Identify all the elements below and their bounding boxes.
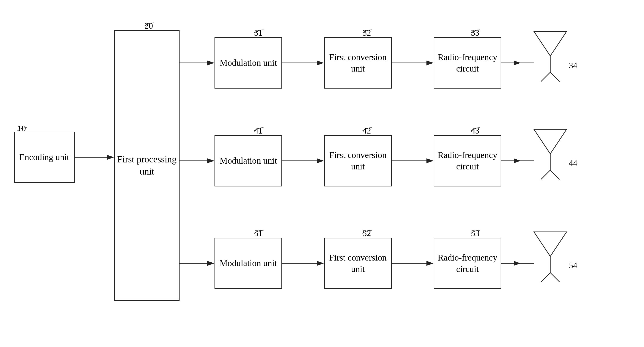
ref-41: 41 bbox=[254, 126, 262, 136]
ref-52: 52 bbox=[362, 228, 371, 238]
ref-43: 43 bbox=[471, 126, 480, 136]
ref-10: 10 bbox=[18, 123, 26, 133]
first-processing-unit-block: First processing unit bbox=[114, 30, 180, 301]
svg-line-23 bbox=[550, 170, 560, 179]
rf-circuit-2-label: Radio-frequency circuit bbox=[434, 149, 500, 172]
diagram: Encoding unit 10 First processing unit 2… bbox=[0, 0, 644, 347]
conv-unit-2-label: First conversion unit bbox=[325, 149, 391, 172]
mod-unit-3-block: Modulation unit bbox=[214, 238, 282, 289]
first-processing-unit-label: First processing unit bbox=[115, 153, 179, 178]
mod-unit-3-label: Modulation unit bbox=[220, 258, 277, 269]
ref-31: 31 bbox=[254, 28, 262, 38]
mod-unit-2-block: Modulation unit bbox=[214, 135, 282, 186]
svg-line-28 bbox=[550, 273, 560, 282]
svg-line-27 bbox=[541, 273, 550, 282]
conv-unit-3-label: First conversion unit bbox=[325, 252, 391, 275]
conv-unit-1-block: First conversion unit bbox=[324, 37, 392, 88]
ref-44: 44 bbox=[569, 158, 577, 168]
svg-marker-24 bbox=[534, 232, 566, 256]
rf-circuit-2-block: Radio-frequency circuit bbox=[434, 135, 501, 186]
ref-34: 34 bbox=[569, 61, 577, 70]
svg-line-18 bbox=[550, 72, 560, 81]
ref-20: 20 bbox=[144, 21, 153, 31]
diagram-arrows bbox=[0, 0, 644, 347]
mod-unit-1-block: Modulation unit bbox=[214, 37, 282, 88]
mod-unit-1-label: Modulation unit bbox=[220, 57, 277, 68]
svg-marker-19 bbox=[534, 129, 566, 154]
ref-32: 32 bbox=[362, 28, 371, 38]
rf-circuit-3-label: Radio-frequency circuit bbox=[434, 252, 500, 275]
encoding-unit-block: Encoding unit bbox=[14, 132, 74, 183]
rf-circuit-3-block: Radio-frequency circuit bbox=[434, 238, 501, 289]
conv-unit-1-label: First conversion unit bbox=[325, 51, 391, 75]
ref-54: 54 bbox=[569, 261, 577, 270]
mod-unit-2-label: Modulation unit bbox=[220, 155, 277, 166]
ref-51: 51 bbox=[254, 228, 262, 238]
svg-marker-14 bbox=[534, 31, 566, 56]
svg-line-17 bbox=[541, 72, 550, 81]
rf-circuit-1-label: Radio-frequency circuit bbox=[434, 51, 500, 75]
encoding-unit-label: Encoding unit bbox=[19, 151, 69, 163]
ref-33: 33 bbox=[471, 28, 480, 38]
ref-53: 53 bbox=[471, 228, 480, 238]
svg-line-22 bbox=[541, 170, 550, 179]
ref-42: 42 bbox=[362, 126, 371, 136]
rf-circuit-1-block: Radio-frequency circuit bbox=[434, 37, 501, 88]
conv-unit-2-block: First conversion unit bbox=[324, 135, 392, 186]
conv-unit-3-block: First conversion unit bbox=[324, 238, 392, 289]
